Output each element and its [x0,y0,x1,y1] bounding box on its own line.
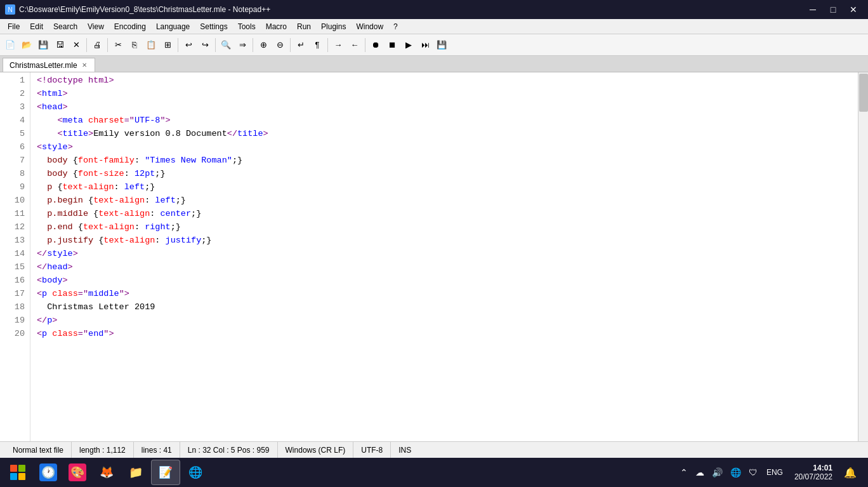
menu-view[interactable]: View [82,21,109,32]
close-button-tb[interactable]: ✕ [69,37,84,53]
tray-antivirus[interactable]: 🛡 [746,465,760,480]
close-button[interactable]: ✕ [844,0,863,19]
taskbar-firefox[interactable]: 🦊 [93,460,121,485]
menu-edit[interactable]: Edit [25,21,48,32]
cut-button[interactable]: ✂ [110,37,126,53]
start-button[interactable] [3,460,33,485]
taskbar-colorsync[interactable]: 🎨 [63,460,91,485]
undo-button[interactable]: ↩ [181,37,196,53]
save-button[interactable]: 💾 [36,37,51,53]
menu-run[interactable]: Run [292,21,316,32]
code-line-4: <meta charset="UTF-8"> [37,114,858,127]
line-num-14: 14 [0,247,30,260]
taskbar: 🕐 🎨 🦊 📁 📝 🌐 ⌃ ☁ 🔊 🌐 🛡 ENG 14:01 20/07/20… [0,458,868,487]
code-line-19: </p> [37,314,858,327]
tray-network[interactable]: 🌐 [728,465,744,480]
separator-1 [86,38,87,52]
new-button[interactable]: 📄 [3,37,18,53]
line-num-2: 2 [0,87,30,100]
line-num-9: 9 [0,180,30,194]
wrap-button[interactable]: ↵ [293,37,308,53]
tray-onedrive[interactable]: ☁ [693,465,707,480]
clock-time: 14:01 [794,464,832,472]
tray-volume[interactable]: 🔊 [709,465,725,480]
taskbar-earth[interactable]: 🌐 [181,460,209,485]
tab-close-icon[interactable]: ✕ [81,62,88,69]
vertical-scrollbar[interactable] [858,72,868,441]
code-content[interactable]: <!doctype html> <html> <head> <meta char… [30,72,858,441]
copy-button[interactable]: ⎘ [127,37,142,53]
scrollbar-thumb[interactable] [859,74,868,112]
taskbar-notepad[interactable]: 📝 [151,460,180,485]
find-next-button[interactable]: ⇒ [235,37,250,53]
notepad-icon: 📝 [157,464,174,481]
indent-back-button[interactable]: ← [347,37,362,53]
menu-help[interactable]: ? [388,21,403,32]
all-chars-button[interactable]: ¶ [310,37,325,53]
open-button[interactable]: 📂 [19,37,34,53]
separator-8 [365,38,365,52]
save-all-button[interactable]: 🖫 [52,37,67,53]
maximize-button[interactable]: □ [824,0,843,19]
tab-bar: ChristmasLetter.mle ✕ [0,56,868,72]
status-bar: Normal text file length : 1,112 lines : … [0,441,868,458]
line-num-4: 4 [0,114,30,127]
zoom-out-button[interactable]: ⊖ [272,37,287,53]
zoom-in-button[interactable]: ⊕ [256,37,271,53]
find-button[interactable]: 🔍 [218,37,233,53]
macro-stop-button[interactable]: ⏹ [385,37,400,53]
clock-app-icon: 🕐 [39,464,57,481]
indent-button[interactable]: → [331,37,346,53]
menu-macro[interactable]: Macro [261,21,292,32]
code-line-11: p.middle {text-align: center;} [37,207,858,220]
macro-record-button[interactable]: ⏺ [368,37,383,53]
code-line-1: <!doctype html> [37,74,858,87]
redo-button[interactable]: ↪ [197,37,213,53]
macro-next-button[interactable]: ⏭ [418,37,433,53]
status-insertmode: INS [391,442,419,458]
line-num-10: 10 [0,194,30,207]
separator-4 [215,38,216,52]
code-line-3: <head> [37,100,858,114]
menu-bar: File Edit Search View Encoding Language … [0,19,868,34]
status-lineending: Windows (CR LF) [278,442,354,458]
menu-settings[interactable]: Settings [195,21,232,32]
app-icon: N [5,4,15,15]
taskbar-files[interactable]: 📁 [122,460,150,485]
line-num-16: 16 [0,274,30,287]
menu-window[interactable]: Window [351,21,388,32]
menu-encoding[interactable]: Encoding [109,21,151,32]
notification-button[interactable]: 🔔 [840,460,860,485]
taskbar-clock-app[interactable]: 🕐 [34,460,62,485]
status-length: length : 1,112 [72,442,134,458]
tab-christmasletter[interactable]: ChristmasLetter.mle ✕ [3,58,95,72]
windows-logo [10,465,25,480]
toolbar: 📄 📂 💾 🖫 ✕ 🖨 ✂ ⎘ 📋 ⊞ ↩ ↪ 🔍 ⇒ ⊕ ⊖ ↵ ¶ → ← … [0,34,868,56]
earth-icon: 🌐 [187,464,204,481]
macro-save-button[interactable]: 💾 [434,37,449,53]
separator-2 [107,38,108,52]
minimize-button[interactable]: ─ [803,0,822,19]
code-editor[interactable]: 1 2 3 4 5 6 7 8 9 10 11 12 13 14 15 16 1… [0,72,868,441]
taskbar-clock[interactable]: 14:01 20/07/2022 [789,464,838,481]
status-position: Ln : 32 Col : 5 Pos : 959 [180,442,278,458]
line-num-1: 1 [0,74,30,87]
menu-file[interactable]: File [3,21,25,32]
firefox-icon: 🦊 [98,464,115,481]
macro-play-button[interactable]: ▶ [401,37,416,53]
select-all-button[interactable]: ⊞ [160,37,175,53]
menu-tools[interactable]: Tools [233,21,261,32]
line-num-3: 3 [0,100,30,114]
line-num-18: 18 [0,300,30,314]
menu-search[interactable]: Search [48,21,82,32]
tray-chevron[interactable]: ⌃ [678,465,690,480]
line-numbers: 1 2 3 4 5 6 7 8 9 10 11 12 13 14 15 16 1… [0,72,30,441]
menu-plugins[interactable]: Plugins [316,21,351,32]
menu-language[interactable]: Language [151,21,195,32]
language-button[interactable]: ENG [763,465,787,479]
paste-button[interactable]: 📋 [143,37,159,53]
print-button[interactable]: 🖨 [89,37,105,53]
code-line-2: <html> [37,87,858,100]
status-lines: lines : 41 [134,442,180,458]
code-line-6: <style> [37,140,858,154]
